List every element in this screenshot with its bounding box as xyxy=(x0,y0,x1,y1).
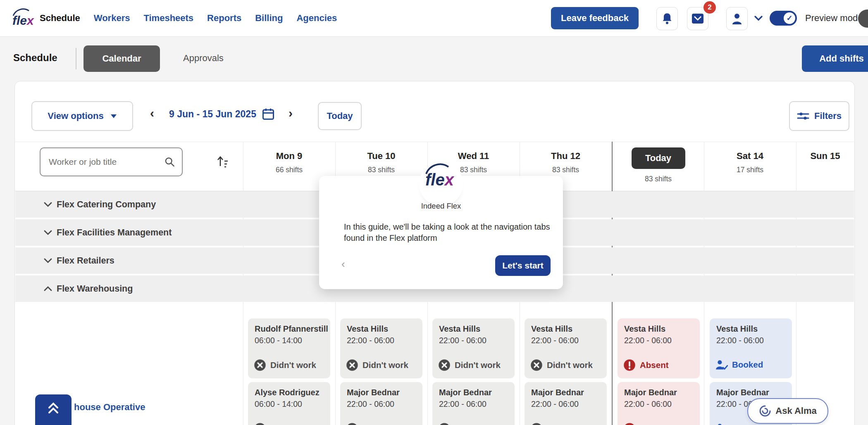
person-icon xyxy=(732,13,742,24)
day-header-today: Today 83 shifts xyxy=(613,142,704,190)
date-range-button[interactable]: 9 Jun - 15 Jun 2025 xyxy=(169,108,293,120)
circle-x-icon xyxy=(254,359,266,371)
subheader-divider xyxy=(76,48,76,69)
today-button[interactable]: Today xyxy=(318,102,362,130)
shift-worker-name: Major Bednar xyxy=(531,388,584,397)
chevron-down-icon xyxy=(43,258,52,264)
shift-time: 22:00 - 06:00 xyxy=(439,399,486,409)
filters-label: Filters xyxy=(814,111,842,121)
group-label: Flex Catering Company xyxy=(57,199,156,210)
shift-time: 22:00 - 06:00 xyxy=(439,336,486,345)
flex-logo[interactable]: flex xyxy=(11,8,37,30)
shift-card[interactable]: Vesta Hills 22:00 - 06:00 Didn't work xyxy=(432,318,515,378)
nav-item-billing[interactable]: Billing xyxy=(255,13,283,24)
search-icon xyxy=(164,156,175,168)
shift-card[interactable]: Major Bednar 22:00 - 06:00 Didn't work xyxy=(432,382,515,425)
shift-status: Didn't work xyxy=(346,359,408,371)
day-shift-count: 83 shifts xyxy=(520,166,612,174)
shift-card[interactable]: Vesta Hills 22:00 - 06:00 Didn't work xyxy=(340,318,422,378)
add-shifts-button[interactable]: Add shifts xyxy=(802,45,868,72)
alma-spiral-icon xyxy=(759,405,771,417)
leave-feedback-button[interactable]: Leave feedback xyxy=(551,7,639,29)
shift-time: 22:00 - 06:00 xyxy=(624,336,672,345)
shift-card[interactable]: Major Bednar 22:00 - 06:00 Didn't work xyxy=(340,382,422,425)
date-range-label: 9 Jun - 15 Jun 2025 xyxy=(169,109,256,120)
circle-x-icon xyxy=(438,359,451,371)
account-chevron[interactable] xyxy=(753,13,764,25)
nav-item-reports[interactable]: Reports xyxy=(207,13,241,24)
shift-worker-name: Vesta Hills xyxy=(716,324,758,334)
chevron-up-icon xyxy=(43,286,52,292)
shift-time: 22:00 - 06:00 xyxy=(716,336,764,345)
account-button[interactable] xyxy=(726,7,748,30)
shift-card[interactable]: Rudolf Pfannerstill 06:00 - 14:00 Didn't… xyxy=(248,318,330,378)
partial-avatar[interactable] xyxy=(858,9,868,28)
shift-card[interactable]: Vesta Hills 22:00 - 06:00 Didn't work xyxy=(525,318,607,378)
shift-worker-name: Major Bednar xyxy=(347,388,400,397)
view-options-label: View options xyxy=(48,111,103,121)
sort-button[interactable] xyxy=(213,152,231,171)
shift-card-absent[interactable]: Vesta Hills 22:00 - 06:00 Absent xyxy=(618,318,700,378)
nav-links: Schedule Workers Timesheets Reports Bill… xyxy=(40,0,337,36)
shift-time: 06:00 - 14:00 xyxy=(255,399,302,409)
sort-icon xyxy=(215,154,229,169)
filters-button[interactable]: Filters xyxy=(789,101,849,131)
nav-item-workers[interactable]: Workers xyxy=(94,13,130,24)
shift-card-booked[interactable]: Vesta Hills 22:00 - 06:00 Booked xyxy=(710,318,792,378)
shift-worker-name: Major Bednar xyxy=(624,388,677,397)
svg-text:flex: flex xyxy=(12,14,34,27)
shift-card[interactable]: Alyse Rodriguez 06:00 - 14:00 Didn't wor… xyxy=(248,382,330,425)
shift-time: 22:00 - 06:00 xyxy=(531,336,579,345)
svg-text:flex: flex xyxy=(425,171,455,189)
nav-item-timesheets[interactable]: Timesheets xyxy=(143,13,193,24)
popover-back-chevron[interactable]: ‹ xyxy=(341,259,345,269)
notifications-button[interactable] xyxy=(656,7,678,30)
day-header-sun: Sun 15 xyxy=(796,142,854,190)
shift-worker-name: Vesta Hills xyxy=(439,324,480,334)
shift-card[interactable]: Major Bednar 22:00 - 06:00 Didn't work xyxy=(525,382,607,425)
circle-x-icon xyxy=(254,423,266,425)
lets-start-button[interactable]: Let's start xyxy=(495,255,551,276)
search-input[interactable] xyxy=(48,157,162,167)
shift-status-label: Booked xyxy=(732,360,763,370)
preview-mode-toggle[interactable]: ✓ xyxy=(770,11,797,26)
scroll-to-top-button[interactable] xyxy=(35,394,72,425)
popover-body: In this guide, we'll be taking a look at… xyxy=(344,221,559,244)
shift-status-label: Didn't work xyxy=(270,360,316,370)
shift-status-label: Absent xyxy=(640,360,668,370)
shift-time: 22:00 - 06:00 xyxy=(347,336,394,345)
filters-icon xyxy=(797,111,809,121)
day-shift-count: 83 shifts xyxy=(335,166,427,174)
day-label: Wed 11 xyxy=(427,151,520,161)
calendar-icon xyxy=(262,108,274,120)
shift-card-absent[interactable]: Major Bednar 22:00 - 06:00 Absent xyxy=(618,382,700,425)
nav-item-agencies[interactable]: Agencies xyxy=(296,13,337,24)
toggle-knob-check-icon: ✓ xyxy=(784,12,795,24)
flex-logo-icon: flex xyxy=(422,163,460,190)
shift-status: Didn't work xyxy=(254,359,316,371)
day-label: Thu 12 xyxy=(520,151,612,161)
shift-status: Didn't work xyxy=(254,423,316,425)
shift-worker-name: Vesta Hills xyxy=(624,324,665,334)
ask-alma-button[interactable]: Ask Alma xyxy=(747,398,828,424)
nav-item-schedule[interactable]: Schedule xyxy=(40,13,80,24)
shift-worker-name: Alyse Rodriguez xyxy=(255,388,320,397)
view-options-button[interactable]: View options xyxy=(31,101,133,131)
job-title-row-label[interactable]: house Operative xyxy=(74,402,145,413)
day-header-sat: Sat 14 17 shifts xyxy=(704,142,796,190)
shift-status-label: Didn't work xyxy=(362,360,408,370)
tab-approvals[interactable]: Approvals xyxy=(183,53,224,64)
flex-logo-icon: flex xyxy=(11,8,37,28)
double-chevron-up-icon xyxy=(45,400,61,416)
tab-calendar[interactable]: Calendar xyxy=(83,45,160,72)
shift-status: Didn't work xyxy=(530,359,593,371)
circle-x-icon xyxy=(530,359,543,371)
shift-worker-name: Vesta Hills xyxy=(531,324,572,334)
today-pill[interactable]: Today xyxy=(632,147,685,169)
prev-week-button[interactable]: ‹ xyxy=(150,107,154,119)
chevron-down-icon xyxy=(43,230,52,235)
alert-icon xyxy=(623,359,636,371)
next-week-button[interactable]: › xyxy=(289,107,293,119)
shift-status: Booked xyxy=(715,359,763,370)
day-shift-count: 83 shifts xyxy=(613,175,704,183)
